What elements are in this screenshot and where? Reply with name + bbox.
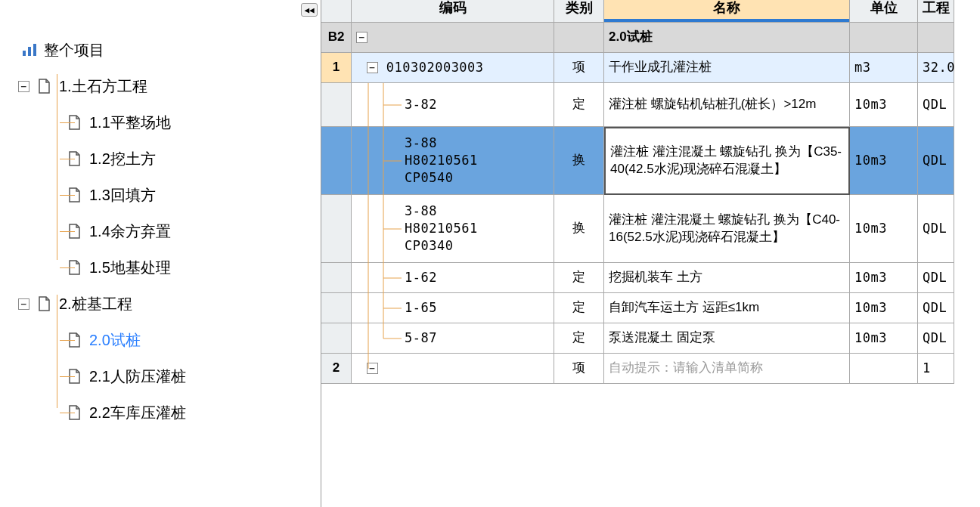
code-cell[interactable]: 5-87 [352,323,554,354]
eng-cell[interactable]: QDL [918,263,954,293]
tree-toggle[interactable]: − [18,298,29,310]
tree-item-label: 1.1平整场地 [89,113,171,133]
col-header-eng[interactable]: 工程 [918,0,954,23]
kind-cell[interactable]: 定 [554,323,604,354]
kind-cell[interactable]: 项 [554,53,604,83]
col-header-name[interactable]: 名称 [604,0,850,23]
code-text: 3-88 H80210561 CP0340 [405,202,478,255]
kind-cell[interactable]: 定 [554,293,604,323]
rownum-cell[interactable] [321,323,352,354]
eng-cell[interactable]: QDL [918,293,954,323]
name-cell[interactable]: 灌注桩 灌注混凝土 螺旋钻孔 换为【C35-40(42.5水泥)现浇碎石混凝土】 [604,127,850,195]
col-header-code[interactable]: 编码 [352,0,554,23]
name-cell[interactable]: 灌注桩 灌注混凝土 螺旋钻孔 换为【C40-16(52.5水泥)现浇碎石混凝土】 [604,195,850,263]
kind-cell[interactable]: 定 [554,263,604,293]
tree-group-1[interactable]: − 1.土石方工程 [3,68,321,104]
col-header-rownum[interactable] [321,0,352,23]
col-header-kind[interactable]: 类别 [554,0,604,23]
rownum-cell[interactable] [321,263,352,293]
rownum-cell[interactable]: 2 [321,354,352,384]
placeholder-text: 自动提示：请输入清单简称 [609,360,763,377]
name-cell[interactable]: 干作业成孔灌注桩 [604,53,850,83]
tree-item-2-1[interactable]: 2.1人防压灌桩 [3,358,321,394]
rownum-cell[interactable]: 1 [321,53,352,83]
code-text: 3-82 [405,96,437,113]
code-cell[interactable]: 1-62 [352,263,554,293]
tree-toggle[interactable]: − [18,81,29,92]
code-cell[interactable]: 3-88 H80210561 CP0540 [352,127,554,195]
tree-item-label: 2.2车库压灌桩 [89,403,186,423]
tree-item-label: 1.5地基处理 [89,258,171,278]
kind-cell[interactable]: 换 [554,127,604,195]
eng-cell[interactable] [918,23,954,53]
sidebar-collapse-button[interactable]: ◀◀ [301,3,318,17]
tree-group-2-label: 2.桩基工程 [59,294,132,314]
eng-cell[interactable]: QDL [918,127,954,195]
unit-cell[interactable] [850,23,918,53]
code-text: 1-62 [405,269,437,286]
unit-cell[interactable]: 10m3 [850,127,918,195]
code-cell[interactable]: 3-82 [352,83,554,127]
code-cell[interactable]: 3-88 H80210561 CP0340 [352,195,554,263]
name-cell[interactable]: 挖掘机装车 土方 [604,263,850,293]
sidebar: ◀◀ 整个项目 − 1.土石方工程 [0,0,321,507]
unit-cell[interactable]: 10m3 [850,323,918,354]
code-cell[interactable]: − 010302003003 [352,53,554,83]
tree-group-2[interactable]: − 2.桩基工程 [3,286,321,322]
tree-item-1-3[interactable]: 1.3回填方 [3,177,321,213]
document-icon [37,79,52,94]
tree-item-1-1[interactable]: 1.1平整场地 [3,104,321,141]
tree-item-label: 2.1人防压灌桩 [89,366,186,387]
rownum-cell[interactable] [321,127,352,195]
eng-cell[interactable]: QDL [918,195,954,263]
unit-cell[interactable]: 10m3 [850,293,918,323]
code-text: 1-65 [405,299,437,317]
tree-item-label: 1.3回填方 [89,185,156,206]
col-header-unit[interactable]: 单位 [850,0,918,23]
row-toggle[interactable]: − [356,32,368,43]
eng-cell[interactable]: QDL [918,83,954,127]
tree-item-1-4[interactable]: 1.4余方弃置 [3,213,321,249]
unit-cell[interactable]: 10m3 [850,263,918,293]
rownum-cell[interactable] [321,195,352,263]
unit-cell[interactable]: m3 [850,53,918,83]
tree-item-2-2[interactable]: 2.2车库压灌桩 [3,394,321,431]
name-cell[interactable]: 自卸汽车运土方 运距≤1km [604,293,850,323]
name-cell[interactable]: 泵送混凝土 固定泵 [604,323,850,354]
document-icon [37,296,52,311]
name-cell[interactable]: 2.0试桩 [604,23,850,53]
kind-cell[interactable]: 定 [554,83,604,127]
name-cell[interactable]: 灌注桩 螺旋钻机钻桩孔(桩长）>12m [604,83,850,127]
code-cell[interactable]: 1-65 [352,293,554,323]
unit-cell[interactable]: 10m3 [850,83,918,127]
code-cell[interactable]: − [352,354,554,384]
code-text: 010302003003 [386,59,484,76]
unit-cell[interactable] [850,354,918,384]
tree-item-label: 2.0试桩 [89,330,141,351]
row-toggle[interactable]: − [367,62,378,73]
unit-cell[interactable]: 10m3 [850,195,918,263]
tree-item-1-5[interactable]: 1.5地基处理 [3,249,321,286]
svg-rect-2 [33,44,36,56]
eng-cell[interactable]: QDL [918,323,954,354]
tree-item-label: 1.4余方弃置 [89,221,171,242]
tree-item-2-0[interactable]: 2.0试桩 [3,322,321,358]
kind-cell[interactable]: 换 [554,195,604,263]
row-toggle[interactable]: − [367,363,378,374]
svg-rect-1 [28,47,31,56]
rownum-cell[interactable]: B2 [321,23,352,53]
svg-rect-0 [23,51,26,56]
tree-root[interactable]: 整个项目 [3,32,321,68]
tree-item-1-2[interactable]: 1.2挖土方 [3,141,321,177]
grid: 编码 类别 名称 单位 工程 B2 − 2.0试桩 1 − 0103020030… [321,0,980,384]
code-text: 5-87 [405,329,437,347]
rownum-cell[interactable] [321,293,352,323]
rownum-cell[interactable] [321,83,352,127]
kind-cell[interactable] [554,23,604,53]
eng-cell[interactable]: 32.0 [918,53,954,83]
code-cell[interactable]: − [352,23,554,53]
kind-cell[interactable]: 项 [554,354,604,384]
eng-cell[interactable]: 1 [918,354,954,384]
name-cell[interactable]: 自动提示：请输入清单简称 [604,354,850,384]
tree-group-1-label: 1.土石方工程 [59,76,147,97]
